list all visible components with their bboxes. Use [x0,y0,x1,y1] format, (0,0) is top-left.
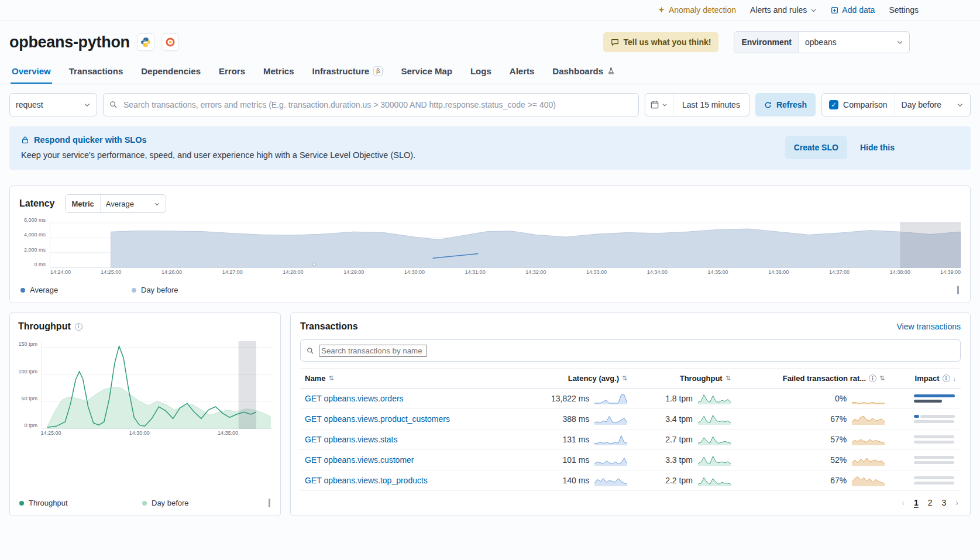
tab-errors[interactable]: Errors [218,60,246,84]
sparkline [594,413,627,425]
view-transactions-link[interactable]: View transactions [897,322,961,331]
x-axis-label: 14:35:00 [218,430,238,436]
transactions-panel: Transactions View transactions Name⇅ Lat… [290,312,971,516]
throughput-x-axis: 14:25:0014:30:0014:35:00 [42,430,272,439]
kql-search-input[interactable] [122,99,632,110]
throughput-y-axis: 150 tpm100 tpm50 tpm0 tpm [18,341,42,429]
tab-logs[interactable]: Logs [469,60,493,84]
top-navigation-bar: Anomaly detection Alerts and rules Add d… [0,0,980,20]
latency-metric-select[interactable]: Average [101,195,166,212]
slo-description: Keep your service's performance, speed, … [21,150,415,160]
throughput-chart[interactable]: 150 tpm100 tpm50 tpm0 tpm 14:25:0014:30:… [18,341,272,439]
tab-service-map[interactable]: Service Map [400,60,453,84]
legend-item-day-before[interactable]: Day before [142,499,189,507]
legend-item-day-before[interactable]: Day before [132,286,178,294]
x-axis-label: 14:28:00 [283,269,303,275]
sparkline [852,393,885,404]
tab-label: Overview [12,66,51,76]
metric-value: 1.8 tpm [665,394,693,403]
chevron-down-icon [810,7,817,13]
date-picker-button[interactable] [645,94,673,116]
column-header-latency[interactable]: Latency (avg.)⇅ [514,369,632,389]
slo-title-link[interactable]: Respond quicker with SLOs [34,135,147,145]
anomaly-detection-label: Anomaly detection [669,5,736,15]
alerts-and-rules-label: Alerts and rules [750,5,807,15]
tab-alerts[interactable]: Alerts [508,60,536,84]
tab-metrics[interactable]: Metrics [262,60,295,84]
x-axis-label: 14:38:00 [890,269,910,275]
query-toolbar: request Last 15 minutes Refresh ✓ Compar… [0,84,980,118]
tab-label: Transactions [69,66,123,76]
tab-overview[interactable]: Overview [11,60,52,84]
comparison-select[interactable]: Day before [895,94,970,116]
legend-label: Day before [152,499,189,507]
x-axis-label: 14:25:00 [41,430,61,436]
legend-scrollbar[interactable] [957,286,959,294]
hide-this-link[interactable]: Hide this [860,143,895,152]
agent-icon [161,33,179,51]
time-range-button[interactable]: Last 15 minutes [673,100,749,109]
transactions-search-input[interactable] [319,345,427,357]
anomaly-detection-link[interactable]: Anomaly detection [658,5,736,15]
add-data-link[interactable]: Add data [831,5,875,15]
tab-transactions[interactable]: Transactions [68,60,125,84]
feedback-button[interactable]: Tell us what you think! [603,32,719,52]
sparkline [594,475,627,486]
chevron-down-icon [896,39,903,46]
comparison-checkbox[interactable]: ✓ Comparison [822,100,894,109]
sparkline [852,475,885,486]
transaction-link[interactable]: GET opbeans.views.customer [305,455,414,465]
column-header-failed-rate[interactable]: Failed transaction rat...i⇅ [735,369,889,389]
column-header-throughput[interactable]: Throughput⇅ [632,369,735,389]
tab-dependencies[interactable]: Dependencies [140,60,202,84]
alerts-and-rules-menu[interactable]: Alerts and rules [750,5,817,15]
transaction-type-select[interactable]: request [9,93,97,116]
info-icon: i [943,375,950,382]
transaction-link[interactable]: GET opbeans.views.orders [305,394,404,403]
metric-value: 140 ms [562,476,589,485]
comparison-value: Day before [902,100,941,109]
page-1-button[interactable]: 1 [914,498,919,507]
chevron-down-icon [154,201,160,207]
transaction-link[interactable]: GET opbeans.views.top_products [305,476,428,485]
add-data-icon [831,6,838,14]
legend-scrollbar[interactable] [269,499,270,507]
column-header-name[interactable]: Name⇅ [300,369,514,389]
impact-bar [914,476,955,485]
column-header-impact[interactable]: Impacti↓ [889,369,961,389]
create-slo-button[interactable]: Create SLO [785,136,847,159]
x-axis-label: 14:37:00 [829,269,850,275]
transaction-row: GET opbeans.views.top_products140 ms2.2 … [300,470,961,491]
latency-chart[interactable]: 6,000 ms4,000 ms2,000 ms0 ms 14:24:0014:… [19,222,961,278]
transaction-row: GET opbeans.views.stats131 ms2.7 tpm57% [300,430,961,450]
impact-bar [914,456,955,464]
beta-badge: β [373,66,383,76]
x-axis-label: 14:26:00 [161,269,182,275]
page-2-button[interactable]: 2 [928,498,933,507]
legend-item-average[interactable]: Average [20,286,132,294]
throughput-title: Throughput [18,321,71,332]
page-3-button[interactable]: 3 [942,498,947,507]
metric-value: 2.2 tpm [665,476,693,485]
tab-infrastructure[interactable]: Infrastructure β [311,60,384,84]
info-icon[interactable]: i [75,323,82,331]
tab-dashboards[interactable]: Dashboards [551,60,616,84]
prev-page-button[interactable]: ‹ [902,498,905,507]
chevron-down-icon [957,101,964,108]
next-page-button[interactable]: › [955,498,958,507]
x-axis-label: 14:32:00 [525,269,546,275]
transaction-row: GET opbeans.views.orders13,822 ms1.8 tpm… [300,389,961,409]
legend-item-throughput[interactable]: Throughput [19,499,142,507]
y-axis-label: 50 tpm [21,396,37,401]
settings-link[interactable]: Settings [889,5,919,15]
transaction-type-value: request [16,100,43,109]
legend-label: Throughput [29,499,68,507]
sparkline [698,393,731,404]
transaction-link[interactable]: GET opbeans.views.stats [305,435,397,444]
chevron-down-icon [84,101,91,108]
environment-select[interactable]: opbeans [799,32,909,53]
tab-label: Dependencies [141,66,201,76]
refresh-button[interactable]: Refresh [755,93,816,116]
transaction-link[interactable]: GET opbeans.views.product_customers [305,414,450,424]
tech-preview-flask-icon [607,67,615,75]
